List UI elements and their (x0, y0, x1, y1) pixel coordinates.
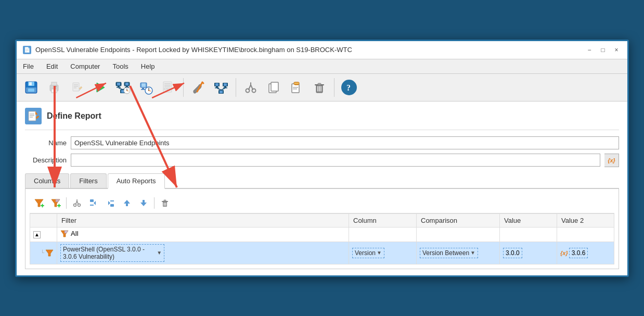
svg-rect-83 (29, 111, 36, 121)
run-button[interactable] (89, 77, 110, 98)
description-input[interactable] (71, 154, 600, 167)
move-up-button[interactable] (120, 196, 134, 210)
col-filter: Filter (57, 213, 349, 227)
help-button[interactable]: ? (339, 77, 359, 98)
save-button[interactable] (21, 77, 42, 98)
svg-rect-57 (220, 91, 223, 93)
column-cell (349, 227, 417, 242)
svg-rect-22 (126, 86, 128, 87)
svg-line-58 (217, 88, 221, 90)
print-button[interactable] (44, 77, 65, 98)
filter-value-cell: PowerShell (OpenSSL 3.0.0 - 3.0.6 Vulner… (57, 242, 349, 264)
svg-rect-10 (74, 84, 78, 85)
tab-auto-reports[interactable]: Auto Reports (108, 173, 165, 189)
add-group-button[interactable] (48, 196, 63, 210)
menu-tools[interactable]: Tools (110, 61, 130, 71)
value-input-cell: 3.0.0 (500, 242, 557, 264)
close-button[interactable]: × (612, 45, 621, 55)
filter-cell: All (57, 227, 349, 242)
svg-rect-12 (74, 87, 76, 89)
csv-export-button[interactable]: CSV (158, 77, 179, 98)
svg-marker-103 (94, 201, 96, 205)
svg-rect-4 (28, 89, 34, 92)
cut-button[interactable] (240, 77, 261, 98)
comparison-dropdown[interactable]: Version Between ▼ (420, 248, 478, 258)
column-value-cell: Version ▼ (349, 242, 417, 264)
svg-rect-50 (216, 86, 218, 87)
svg-rect-11 (74, 86, 78, 87)
toolbar-separator-3 (334, 78, 334, 97)
svg-rect-21 (125, 83, 128, 85)
svg-point-8 (56, 85, 57, 87)
expression-button[interactable]: {x} (604, 154, 619, 167)
tab-filters[interactable]: Filters (70, 173, 106, 188)
column-dropdown[interactable]: Version ▼ (352, 248, 384, 258)
tabs: Columns Filters Auto Reports (25, 173, 619, 189)
move-up-left-button[interactable] (86, 196, 101, 210)
section-header: Define Report (25, 108, 619, 130)
group-funnel-icon (60, 230, 69, 238)
col-expand (30, 213, 57, 227)
menu-help[interactable]: Help (139, 61, 157, 71)
svg-marker-13 (79, 86, 82, 90)
menu-computer[interactable]: Computer (68, 61, 102, 71)
edit-button[interactable] (67, 77, 87, 98)
window-icon: 📄 (23, 46, 31, 54)
value2-input-cell: {x} 3.0.6 (557, 242, 614, 264)
value-cell (500, 227, 557, 242)
delete-button[interactable] (309, 77, 330, 98)
menu-edit[interactable]: Edit (44, 61, 60, 71)
delete-filter-button[interactable] (158, 196, 172, 210)
svg-text:CSV: CSV (164, 87, 170, 91)
paste-button[interactable] (286, 77, 307, 98)
svg-rect-54 (224, 86, 226, 87)
window-controls: − □ × (585, 45, 621, 55)
title-bar: 📄 OpenSSL Vulnerable Endpoints - Report … (17, 41, 627, 59)
value-field[interactable]: 3.0.0 (503, 248, 522, 258)
toolbar-separator-2 (236, 78, 236, 97)
svg-rect-34 (141, 83, 146, 87)
svg-rect-102 (90, 199, 94, 202)
svg-rect-9 (73, 83, 79, 91)
col-value2: Value 2 (557, 213, 614, 227)
svg-marker-110 (140, 203, 147, 206)
tab-columns[interactable]: Columns (25, 173, 69, 188)
value2-field[interactable]: 3.0.6 (569, 248, 588, 258)
filter-dropdown[interactable]: PowerShell (OpenSSL 3.0.0 - 3.0.6 Vulner… (60, 244, 164, 262)
svg-rect-19 (117, 87, 121, 88)
network2-button[interactable] (211, 77, 231, 98)
maximize-button[interactable]: □ (598, 45, 608, 55)
filter-sep-1 (66, 197, 67, 209)
svg-rect-74 (318, 83, 321, 85)
svg-rect-18 (118, 86, 120, 87)
menu-file[interactable]: File (21, 61, 36, 71)
move-down-button[interactable] (136, 196, 151, 210)
svg-marker-15 (97, 83, 105, 92)
comparison-cell (417, 227, 500, 242)
network-discovery-button[interactable] (112, 77, 133, 98)
brackets-icon: {x} (560, 250, 568, 256)
filter-cut-button[interactable] (70, 196, 84, 210)
name-input[interactable] (71, 136, 619, 149)
col-dropdown-arrow: ▼ (377, 250, 382, 256)
svg-rect-67 (292, 84, 299, 93)
svg-rect-71 (293, 89, 297, 90)
copy-button[interactable] (263, 77, 284, 98)
collapse-button[interactable]: ▲ (33, 231, 41, 238)
svg-marker-108 (124, 200, 130, 204)
toolbar-separator-1 (183, 78, 184, 97)
col-value: Value (500, 213, 557, 227)
filter-funnel-icon (45, 249, 54, 257)
scheduled-button[interactable] (135, 77, 156, 98)
col-comparison: Comparison (417, 213, 500, 227)
svg-line-59 (221, 88, 225, 90)
move-down-right-button[interactable] (103, 196, 118, 210)
toolbar-wrapper: CSV (17, 74, 627, 102)
minimize-button[interactable]: − (585, 45, 594, 55)
svg-rect-109 (126, 204, 128, 206)
add-filter-button[interactable] (32, 196, 46, 210)
svg-marker-106 (108, 201, 110, 205)
tools-button[interactable] (188, 77, 209, 98)
table-row: ▲ All (30, 227, 614, 242)
svg-rect-69 (294, 82, 299, 84)
